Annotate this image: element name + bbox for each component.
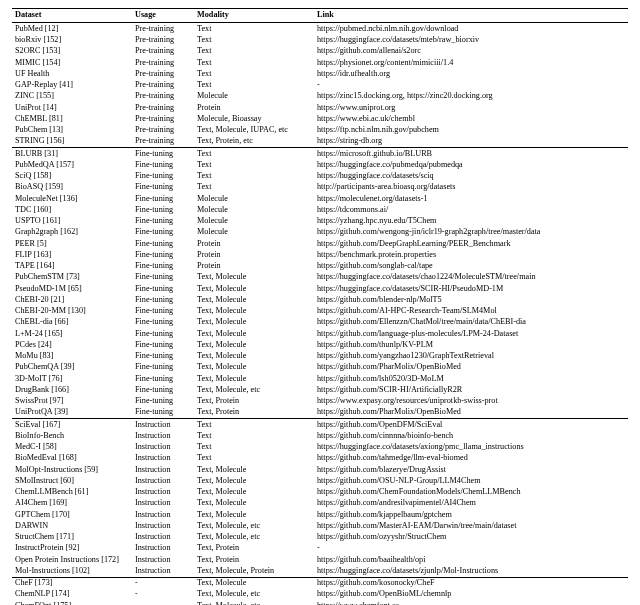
cell-m: Text <box>194 35 314 46</box>
cell-l: https://huggingface.co/datasets/mteb/raw… <box>314 35 628 46</box>
table-row: UniProtQA [39]Fine-tuningText, Proteinht… <box>12 407 628 419</box>
cell-l: https://github.com/kjappelbaum/gptchem <box>314 509 628 520</box>
table-row: PubChemSTM [73]Fine-tuningText, Molecule… <box>12 272 628 283</box>
cell-d: SMolInstruct [60] <box>12 475 132 486</box>
cell-u: Pre-training <box>132 80 194 91</box>
cell-u: Pre-training <box>132 91 194 102</box>
cell-u: Fine-tuning <box>132 204 194 215</box>
cell-l: https://github.com/AI-HPC-Research-Team/… <box>314 306 628 317</box>
table-row: ChemNLP [174]-Text, Molecule, etchttps:/… <box>12 589 628 600</box>
cell-l: https://github.com/yangzhao1230/GraphTex… <box>314 351 628 362</box>
table-row: GAP-Replay [41]Pre-trainingText- <box>12 80 628 91</box>
cell-u: Fine-tuning <box>132 216 194 227</box>
cell-u: Fine-tuning <box>132 317 194 328</box>
cell-l: http://participants-area.bioasq.org/data… <box>314 182 628 193</box>
cell-u: Fine-tuning <box>132 227 194 238</box>
table-row: MoMu [83]Fine-tuningText, Moleculehttps:… <box>12 351 628 362</box>
cell-l: https://zinc15.docking.org, https://zinc… <box>314 91 628 102</box>
cell-u: Instruction <box>132 464 194 475</box>
cell-u: Instruction <box>132 520 194 531</box>
cell-l: https://huggingface.co/datasets/zjunlp/M… <box>314 565 628 577</box>
cell-d: GAP-Replay [41] <box>12 80 132 91</box>
cell-d: MIMIC [154] <box>12 57 132 68</box>
cell-m: Text <box>194 453 314 464</box>
cell-d: FLIP [163] <box>12 249 132 260</box>
table-row: ChEMBL [81]Pre-trainingMolecule, Bioassa… <box>12 113 628 124</box>
cell-m: Text, Protein <box>194 407 314 419</box>
table-row: StructChem [171]InstructionText, Molecul… <box>12 532 628 543</box>
cell-d: USPTO [161] <box>12 216 132 227</box>
cell-m: Text, Molecule <box>194 475 314 486</box>
table-row: GPTChem [170]InstructionText, Moleculeht… <box>12 509 628 520</box>
cell-u: Pre-training <box>132 68 194 79</box>
table-row: MedC-I [58]InstructionTexthttps://huggin… <box>12 442 628 453</box>
cell-u: Instruction <box>132 543 194 554</box>
cell-m: Protein <box>194 261 314 272</box>
cell-u: Instruction <box>132 453 194 464</box>
cell-d: Open Protein Instructions [172] <box>12 554 132 565</box>
cell-l: https://huggingface.co/datasets/chao1224… <box>314 272 628 283</box>
cell-l: https://www.chemfont.ca <box>314 600 628 605</box>
cell-l: https://github.com/MasterAI-EAM/Darwin/t… <box>314 520 628 531</box>
cell-l: https://github.com/PharMolix/OpenBioMed <box>314 362 628 373</box>
cell-m: Text, Molecule <box>194 283 314 294</box>
cell-m: Text <box>194 159 314 170</box>
cell-d: ChemFOnt [175] <box>12 600 132 605</box>
cell-u: Instruction <box>132 442 194 453</box>
cell-l: https://huggingface.co/datasets/SCIR-HI/… <box>314 283 628 294</box>
table-row: Open Protein Instructions [172]Instructi… <box>12 554 628 565</box>
table-row: PubMed [12]Pre-trainingTexthttps://pubme… <box>12 23 628 35</box>
cell-u: Instruction <box>132 419 194 431</box>
cell-u: Pre-training <box>132 57 194 68</box>
table-row: BioInfo-BenchInstructionTexthttps://gith… <box>12 430 628 441</box>
cell-l: https://github.com/OpenDFM/SciEval <box>314 419 628 431</box>
cell-l: https://github.com/DeepGraphLearning/PEE… <box>314 238 628 249</box>
table-row: STRING [156]Pre-trainingText, Protein, e… <box>12 136 628 148</box>
cell-m: Text, Molecule <box>194 362 314 373</box>
cell-l: https://github.com/baaihealth/opi <box>314 554 628 565</box>
cell-l: https://github.com/lsh0520/3D-MoLM <box>314 373 628 384</box>
cell-l: https://github.com/OpenBioML/chemnlp <box>314 589 628 600</box>
cell-u: Pre-training <box>132 35 194 46</box>
cell-l: https://github.com/blazerye/DrugAssist <box>314 464 628 475</box>
cell-u: - <box>132 589 194 600</box>
cell-m: Text, Molecule, etc <box>194 532 314 543</box>
cell-m: Text, Molecule <box>194 464 314 475</box>
col-usage: Usage <box>132 9 194 23</box>
cell-u: Fine-tuning <box>132 294 194 305</box>
cell-l: https://tdcommons.ai/ <box>314 204 628 215</box>
table-row: BLURB [31]Fine-tuningTexthttps://microso… <box>12 148 628 160</box>
cell-l: https://pubmed.ncbi.nlm.nih.gov/download <box>314 23 628 35</box>
cell-l: https://huggingface.co/pubmedqa/pubmedqa <box>314 159 628 170</box>
table-row: TDC [160]Fine-tuningMoleculehttps://tdco… <box>12 204 628 215</box>
cell-d: PubChem [13] <box>12 125 132 136</box>
cell-m: Text, Molecule <box>194 294 314 305</box>
cell-l: - <box>314 80 628 91</box>
cell-d: PubChemSTM [73] <box>12 272 132 283</box>
table-row: ChemLLMBench [61]InstructionText, Molecu… <box>12 487 628 498</box>
cell-l: https://huggingface.co/datasets/sciq <box>314 171 628 182</box>
table-row: PubMedQA [157]Fine-tuningTexthttps://hug… <box>12 159 628 170</box>
table-row: ZINC [155]Pre-trainingMoleculehttps://zi… <box>12 91 628 102</box>
cell-m: Text, Molecule, etc <box>194 384 314 395</box>
cell-u: - <box>132 577 194 589</box>
cell-m: Molecule <box>194 216 314 227</box>
cell-u: Instruction <box>132 554 194 565</box>
cell-d: BioInfo-Bench <box>12 430 132 441</box>
cell-l: https://ftp.ncbi.nlm.nih.gov/pubchem <box>314 125 628 136</box>
table-row: UniProt [14]Pre-trainingProteinhttps://w… <box>12 102 628 113</box>
cell-m: Text <box>194 148 314 160</box>
cell-u: Fine-tuning <box>132 182 194 193</box>
cell-m: Text <box>194 80 314 91</box>
table-row: ChEBL-dia [66]Fine-tuningText, Moleculeh… <box>12 317 628 328</box>
table-row: ChEBI-20 [21]Fine-tuningText, Moleculeht… <box>12 294 628 305</box>
cell-l: https://github.com/blender-nlp/MolT5 <box>314 294 628 305</box>
cell-m: Protein <box>194 102 314 113</box>
col-modality: Modality <box>194 9 314 23</box>
cell-u: Fine-tuning <box>132 249 194 260</box>
cell-d: STRING [156] <box>12 136 132 148</box>
cell-u: Instruction <box>132 532 194 543</box>
cell-m: Text <box>194 430 314 441</box>
cell-u: - <box>132 600 194 605</box>
cell-d: DARWIN <box>12 520 132 531</box>
